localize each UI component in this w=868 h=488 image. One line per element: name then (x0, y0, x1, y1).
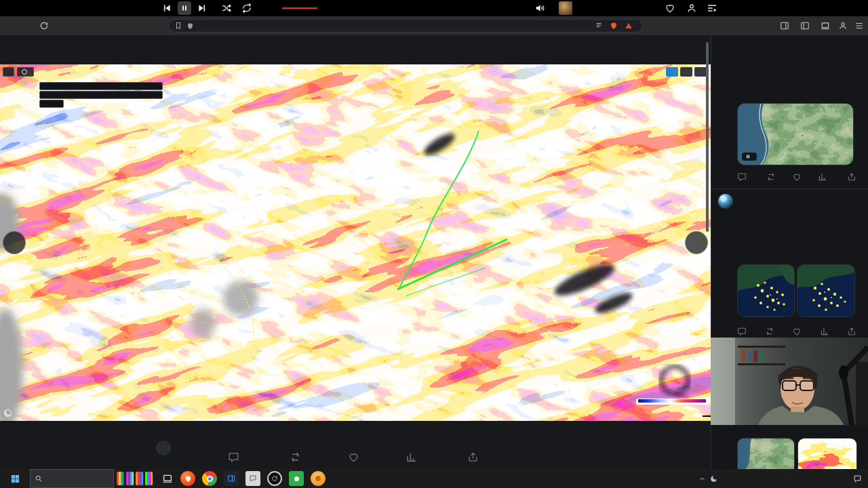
taskbar-app-green-icon[interactable] (289, 471, 304, 486)
progress-bar[interactable] (282, 7, 317, 9)
url-bar[interactable] (168, 19, 643, 33)
browser-menu-icon[interactable] (854, 21, 864, 30)
task-view-button[interactable] (160, 471, 175, 486)
color-legend (636, 399, 708, 405)
profile-icon[interactable] (686, 3, 697, 14)
reader-mode-icon[interactable] (595, 22, 603, 30)
like-button[interactable] (792, 327, 805, 336)
webcam-video (711, 338, 868, 425)
reply-button[interactable] (737, 327, 750, 336)
terrain-select[interactable] (39, 91, 163, 99)
taskbar-search[interactable] (30, 469, 114, 488)
site-security-icon[interactable] (186, 22, 194, 30)
weather-moon-icon[interactable] (709, 474, 718, 483)
view-3d-globe-button[interactable] (666, 67, 678, 77)
emag-map-image[interactable] (0, 64, 711, 421)
windows-icon[interactable] (821, 21, 830, 30)
sidebar-toggle-icon[interactable] (780, 21, 789, 30)
dimmed-avatar (156, 441, 171, 455)
tweet-media-grid (737, 264, 855, 317)
info-icon (22, 69, 27, 75)
quake-map-image-left[interactable] (737, 264, 795, 317)
share-button[interactable] (847, 327, 856, 336)
next-track-icon[interactable] (197, 3, 208, 14)
taskbar-pinned-app-4[interactable] (145, 472, 153, 485)
like-button[interactable] (348, 451, 359, 463)
tray-expand-caret[interactable] (698, 475, 706, 483)
like-button[interactable] (792, 172, 802, 182)
view-columbus-button[interactable] (694, 67, 707, 77)
taskbar-app-orange-icon[interactable] (311, 471, 326, 486)
avatar[interactable] (718, 194, 733, 209)
album-art[interactable] (559, 1, 572, 15)
chrome-browser-icon[interactable] (202, 471, 217, 486)
share-button[interactable] (847, 172, 856, 182)
cesium-logo-icon (4, 409, 12, 417)
repost-button[interactable] (766, 172, 776, 182)
repost-button[interactable] (765, 327, 778, 336)
taskbar-app-gray-icon[interactable] (245, 471, 260, 486)
coordinates-readout (703, 415, 711, 417)
obs-studio-icon[interactable] (267, 471, 282, 486)
brave-browser-icon[interactable] (180, 471, 195, 486)
dot (315, 476, 321, 481)
divider (711, 188, 868, 189)
tweet-action-bar (737, 172, 856, 182)
taskbar-pinned-app-3[interactable] (136, 472, 143, 485)
reply-button[interactable] (737, 172, 750, 182)
start-button[interactable] (0, 469, 30, 488)
taskbar-app-dark-icon[interactable] (224, 471, 239, 486)
brave-rewards-icon[interactable] (625, 22, 633, 30)
taskbar-pinned-app-1[interactable] (117, 472, 124, 485)
views-button[interactable] (818, 172, 831, 182)
dot (294, 476, 299, 481)
gif-attachment[interactable] (737, 103, 854, 165)
pause-button[interactable] (178, 1, 191, 15)
search-icon (35, 474, 43, 483)
cesium-about-button[interactable] (17, 67, 34, 77)
brave-shield-icon[interactable] (610, 22, 618, 30)
media-player-bar (0, 0, 868, 16)
windows-taskbar (0, 469, 868, 488)
views-button[interactable] (820, 327, 833, 336)
previous-photo-button[interactable] (3, 231, 26, 254)
reload-button[interactable] (39, 21, 49, 30)
search-input[interactable] (47, 474, 108, 483)
share-button[interactable] (467, 451, 479, 463)
shuffle-icon[interactable] (221, 3, 232, 14)
browser-toolbar (0, 16, 868, 35)
like-track-icon[interactable] (665, 3, 675, 14)
pause-icon (745, 154, 751, 159)
legend-gradient-bar (638, 399, 706, 403)
taskbar-pinned-app-2[interactable] (126, 472, 134, 485)
webcam-overlay (711, 338, 868, 425)
repost-button[interactable] (290, 451, 301, 463)
view-2d-map-button[interactable] (680, 67, 692, 77)
bookmark-icon[interactable] (174, 22, 182, 30)
previous-track-icon[interactable] (161, 3, 172, 14)
tweet-action-bar (228, 451, 479, 463)
volume-icon[interactable] (534, 3, 545, 14)
repeat-icon[interactable] (241, 3, 252, 14)
notification-center-icon[interactable] (853, 474, 862, 483)
queue-icon[interactable] (707, 3, 717, 14)
gif-pause-control[interactable] (742, 152, 757, 161)
views-button[interactable] (406, 451, 420, 463)
cesium-home-button[interactable] (3, 67, 14, 77)
chrome-center (207, 476, 213, 482)
reply-button[interactable] (228, 451, 243, 463)
quake-map-image-right[interactable] (797, 264, 855, 317)
imagery-select[interactable] (39, 82, 163, 90)
split-view-icon[interactable] (800, 21, 810, 30)
profile-avatar-icon[interactable] (838, 21, 848, 30)
photo-media[interactable] (0, 64, 711, 421)
scrollbar-thumb[interactable] (706, 42, 709, 232)
height-scale-select[interactable] (39, 100, 64, 108)
tweet-action-bar (737, 327, 856, 336)
next-photo-button[interactable] (685, 231, 708, 254)
